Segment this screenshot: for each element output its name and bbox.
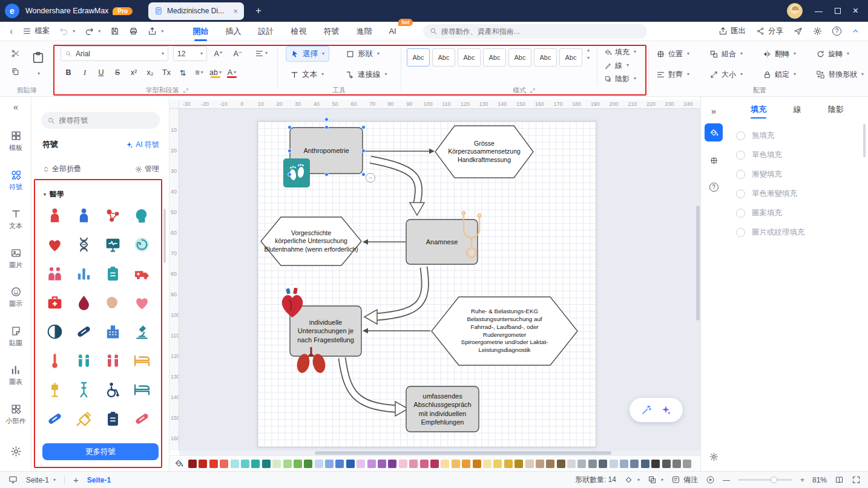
color-swatch[interactable]	[536, 460, 544, 468]
color-swatch[interactable]	[294, 460, 302, 468]
format-panel-icon[interactable]	[705, 151, 723, 169]
styles-scroll-up-icon[interactable]: ▴	[587, 47, 590, 53]
sidebar-item-image[interactable]: 圖片	[0, 247, 31, 270]
color-swatch[interactable]	[651, 460, 660, 468]
text-tool-button[interactable]: 文本▾	[286, 67, 328, 82]
back-icon[interactable]: ‹	[10, 26, 13, 37]
sidebar-item-chart[interactable]: 圖表	[0, 364, 31, 386]
color-swatch[interactable]	[231, 460, 239, 468]
color-swatch[interactable]	[630, 460, 639, 468]
format-tab-1[interactable]: 填充	[751, 104, 766, 119]
color-swatch[interactable]	[493, 460, 502, 468]
symbol-health-chart[interactable]	[71, 261, 96, 285]
zoom-in-icon[interactable]: +	[800, 476, 804, 484]
flip-button[interactable]: 翻轉▾	[763, 46, 796, 62]
menu-tab-6[interactable]: 進階	[356, 23, 372, 40]
selection-handle[interactable]	[324, 125, 329, 129]
bold-button[interactable]: B	[61, 65, 76, 80]
symbol-pill-capsules[interactable]	[42, 406, 67, 431]
connector-tool-button[interactable]: 連接線▾	[341, 67, 392, 82]
color-swatch[interactable]	[335, 460, 344, 468]
line-style-button[interactable]: 線▾	[604, 59, 636, 71]
increase-font-size-button[interactable]: A⁺	[211, 46, 226, 60]
symbol-crutches[interactable]	[71, 377, 96, 402]
style-preview-3[interactable]: Abc	[458, 48, 481, 67]
fill-option-5[interactable]: 圖案填充	[736, 206, 782, 220]
menu-tab-4[interactable]: 檢視	[291, 23, 306, 40]
lungs-clipart[interactable]	[294, 346, 328, 377]
decrease-font-size-button[interactable]: A⁻	[230, 46, 246, 60]
color-swatch[interactable]	[588, 460, 597, 468]
radio-icon[interactable]	[736, 189, 745, 198]
strikethrough-button[interactable]: S	[110, 65, 125, 80]
symbol-hospital-bed[interactable]	[130, 377, 154, 402]
highlight-color-button[interactable]: ab▾	[208, 65, 223, 80]
symbol-blood-drop[interactable]	[71, 290, 96, 314]
symbol-first-aid-kit[interactable]	[42, 290, 67, 314]
collapse-ribbon-icon[interactable]	[852, 27, 860, 35]
page-selector-dropdown[interactable]: Seite-1▾	[26, 476, 56, 484]
symbol-capsule[interactable]	[71, 319, 96, 343]
close-window-button[interactable]: ×	[853, 6, 858, 16]
expand-branch-button[interactable]	[366, 173, 375, 183]
palette-style-picker-icon[interactable]	[174, 459, 183, 468]
anatomical-heart-clipart[interactable]	[278, 288, 306, 321]
sidebar-item-text[interactable]: 文本	[0, 208, 31, 230]
position-button[interactable]: 位置▾	[656, 46, 689, 62]
zoom-value[interactable]: 81%	[812, 476, 827, 484]
left-rail-settings-gear-icon[interactable]	[0, 446, 31, 459]
clear-format-button[interactable]: Tx	[159, 65, 174, 80]
ai-symbols-link[interactable]: AI 符號	[125, 140, 159, 150]
color-swatch[interactable]	[546, 460, 554, 468]
fill-style-button[interactable]: 填充▾	[604, 46, 636, 58]
color-swatch[interactable]	[420, 460, 429, 468]
radio-icon[interactable]	[736, 228, 745, 237]
file-menu[interactable]: 檔案	[22, 26, 50, 36]
color-swatch[interactable]	[346, 460, 355, 468]
fill-option-6[interactable]: 圖片或紋理填充	[736, 225, 805, 239]
app-name-tab[interactable]: Wondershare EdrawMax Pro	[25, 7, 133, 15]
color-swatch[interactable]	[188, 460, 197, 468]
color-swatch[interactable]	[304, 460, 312, 468]
notes-button[interactable]: 備注	[671, 475, 698, 485]
radio-icon[interactable]	[736, 170, 745, 179]
active-page-tab[interactable]: Seite-1	[87, 476, 111, 484]
selection-handle[interactable]	[361, 172, 366, 177]
copy-icon[interactable]	[7, 64, 23, 79]
manage-symbols-button[interactable]: 管理	[135, 164, 159, 174]
color-swatch[interactable]	[357, 460, 365, 468]
line-spacing-button[interactable]: ⇅	[175, 65, 191, 80]
style-preview-7[interactable]: Abc	[559, 48, 582, 67]
symbol-ambulance[interactable]	[130, 261, 154, 285]
color-swatch[interactable]	[610, 460, 618, 468]
sidebar-item-symbols[interactable]: 符號	[0, 169, 31, 192]
symbol-panel-scrollbar[interactable]	[163, 209, 166, 263]
sidebar-item-clipart[interactable]: 圖示	[0, 286, 31, 308]
color-swatch[interactable]	[515, 460, 523, 468]
format-tab-2[interactable]: 線	[793, 104, 801, 119]
symbol-stomach-organ[interactable]	[100, 290, 125, 314]
cut-icon[interactable]	[7, 46, 23, 60]
vertical-scrollbar[interactable]	[695, 109, 700, 451]
selection-handle[interactable]	[324, 117, 329, 122]
color-swatch[interactable]	[672, 460, 681, 468]
symbol-clipboard[interactable]	[100, 261, 125, 285]
symbol-category-medical[interactable]: ▾醫學	[42, 189, 64, 200]
color-swatch[interactable]	[199, 460, 207, 468]
symbol-family[interactable]	[42, 261, 67, 285]
new-tab-button[interactable]: +	[251, 5, 266, 17]
color-swatch[interactable]	[525, 460, 534, 468]
color-swatch[interactable]	[283, 460, 292, 468]
close-tab-icon[interactable]: ×	[233, 7, 238, 16]
symbol-thermometer[interactable]	[42, 348, 67, 373]
menu-tab-3[interactable]: 設計	[258, 23, 274, 40]
selection-handle[interactable]	[361, 149, 366, 153]
style-preview-2[interactable]: Abc	[432, 48, 455, 67]
color-swatch[interactable]	[504, 460, 513, 468]
diagram-node-vorgeschichte[interactable]: Vorgeschichtekörperliche UntersuchungBlu…	[260, 216, 362, 266]
symbol-embryo[interactable]	[130, 232, 154, 256]
underline-button[interactable]: U	[93, 65, 109, 80]
symbol-ekg-monitor[interactable]	[100, 232, 125, 256]
style-preview-6[interactable]: Abc	[534, 48, 557, 67]
fullscreen-icon[interactable]	[852, 475, 861, 484]
